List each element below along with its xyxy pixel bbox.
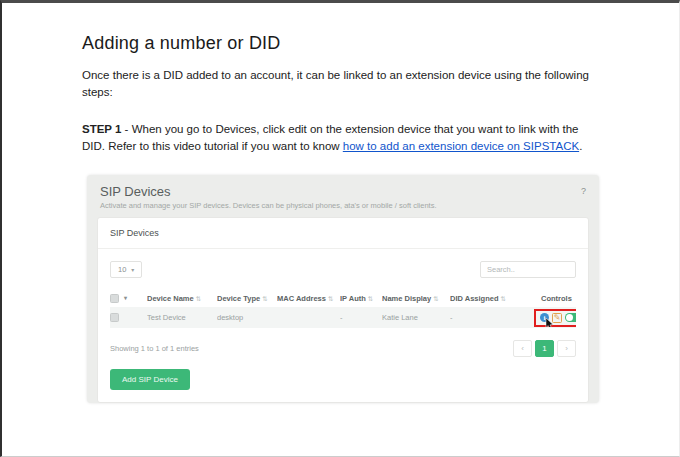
header-ip-auth[interactable]: IP Auth⇅ bbox=[340, 294, 382, 303]
select-all-checkbox[interactable] bbox=[110, 294, 119, 303]
sip-devices-screenshot: SIP Devices Activate and manage your SIP… bbox=[87, 175, 599, 403]
panel-title: SIP Devices bbox=[100, 184, 436, 199]
sort-icon: ⇅ bbox=[500, 295, 505, 302]
header-did-assigned[interactable]: DID Assigned⇅ bbox=[450, 294, 523, 303]
header-name-display[interactable]: Name Display⇅ bbox=[382, 294, 450, 303]
header-controls: Controls bbox=[523, 294, 576, 303]
next-page-button[interactable]: › bbox=[557, 340, 576, 357]
cell-did-assigned: - bbox=[450, 313, 523, 322]
card-title: SIP Devices bbox=[98, 218, 588, 249]
table-row: Test Device desktop - Katie Lane - i ✎ bbox=[110, 307, 576, 328]
cell-controls: i ✎ bbox=[523, 309, 576, 327]
toggle-icon[interactable] bbox=[565, 313, 576, 322]
table-toolbar: 10 ▾ bbox=[110, 261, 576, 278]
page-1-button[interactable]: 1 bbox=[535, 340, 554, 357]
document-body: Adding a number or DID Once there is a D… bbox=[2, 3, 679, 403]
panel-subtitle: Activate and manage your SIP devices. De… bbox=[100, 201, 436, 210]
sort-icon: ⇅ bbox=[328, 295, 333, 302]
document-page: Adding a number or DID Once there is a D… bbox=[0, 0, 680, 457]
page-size-value: 10 bbox=[118, 265, 126, 274]
chevron-down-icon: ▾ bbox=[131, 266, 134, 273]
cell-name-display: Katie Lane bbox=[382, 313, 450, 322]
table-header-row: ▾ Device Name⇅ Device Type⇅ MAC Address⇅… bbox=[110, 289, 576, 307]
table-footer: Showing 1 to 1 of 1 entries ‹ 1 › bbox=[110, 340, 576, 357]
controls-highlight-box: i ✎ bbox=[534, 309, 576, 327]
cell-device-type: desktop bbox=[217, 313, 277, 322]
page-title: Adding a number or DID bbox=[82, 33, 603, 54]
search-input[interactable] bbox=[480, 261, 576, 278]
header-device-name[interactable]: Device Name⇅ bbox=[147, 294, 217, 303]
step1-label: STEP 1 bbox=[82, 123, 121, 135]
edit-icon[interactable]: ✎ bbox=[552, 313, 562, 323]
toggle-knob bbox=[566, 314, 573, 321]
add-sip-device-button[interactable]: Add SIP Device bbox=[110, 369, 190, 390]
help-icon[interactable]: ? bbox=[581, 184, 586, 210]
chevron-down-icon: ▾ bbox=[124, 295, 127, 301]
info-icon[interactable]: i bbox=[540, 313, 549, 322]
step1-paragraph: STEP 1 - When you go to Devices, click e… bbox=[82, 121, 603, 155]
cell-device-name: Test Device bbox=[147, 313, 217, 322]
tutorial-link[interactable]: how to add an extension device on SIPSTA… bbox=[343, 140, 579, 152]
header-mac-address[interactable]: MAC Address⇅ bbox=[277, 294, 340, 303]
sort-icon: ⇅ bbox=[368, 295, 373, 302]
prev-page-button[interactable]: ‹ bbox=[513, 340, 532, 357]
page-size-select[interactable]: 10 ▾ bbox=[110, 261, 142, 278]
step1-period: . bbox=[579, 140, 582, 152]
sort-icon: ⇅ bbox=[433, 295, 438, 302]
header-device-type[interactable]: Device Type⇅ bbox=[217, 294, 277, 303]
row-checkbox[interactable] bbox=[110, 313, 119, 322]
sip-devices-card: SIP Devices 10 ▾ ▾ Dev bbox=[97, 217, 589, 403]
panel-header: SIP Devices Activate and manage your SIP… bbox=[87, 175, 599, 217]
cell-ip-auth: - bbox=[340, 313, 382, 322]
intro-paragraph: Once there is a DID added to an account,… bbox=[82, 67, 603, 101]
sort-icon: ⇅ bbox=[196, 295, 201, 302]
showing-entries-text: Showing 1 to 1 of 1 entries bbox=[110, 344, 199, 353]
pagination: ‹ 1 › bbox=[513, 340, 576, 357]
sort-icon: ⇅ bbox=[262, 295, 267, 302]
